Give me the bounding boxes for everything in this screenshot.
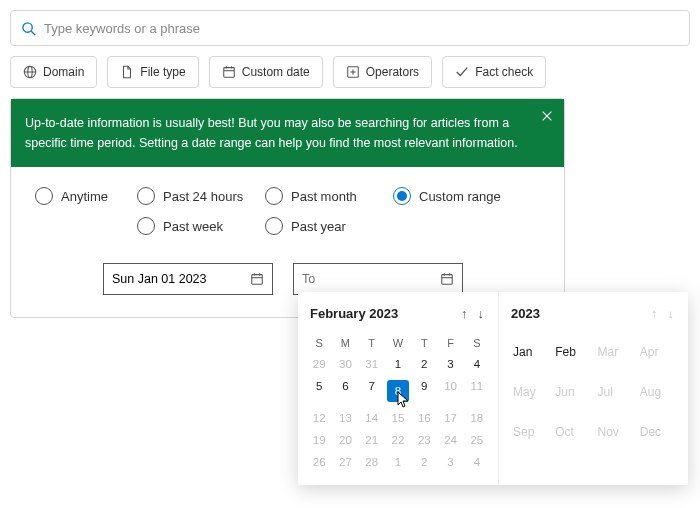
- date-from-value: Sun Jan 01 2023: [112, 272, 207, 286]
- filter-row: Domain File type Custom date Operators F…: [10, 56, 690, 88]
- calendar-day[interactable]: 2: [411, 353, 437, 375]
- calendar-day[interactable]: 26: [306, 451, 332, 473]
- filter-label: Operators: [366, 65, 419, 79]
- calendar-day[interactable]: 9: [411, 375, 437, 407]
- calendar-day[interactable]: 12: [306, 407, 332, 429]
- calendar-day[interactable]: 23: [411, 429, 437, 451]
- date-to-field[interactable]: To: [293, 263, 463, 295]
- calendar-day[interactable]: 5: [306, 375, 332, 407]
- calendar-day[interactable]: 18: [464, 407, 490, 429]
- month-cell: Jun: [551, 379, 593, 405]
- filter-factcheck[interactable]: Fact check: [442, 56, 546, 88]
- calendar-dow: F: [437, 333, 463, 353]
- calendar-day[interactable]: 29: [306, 353, 332, 375]
- calendar-day[interactable]: 3: [437, 451, 463, 473]
- calendar-month: February 2023 ↑ ↓ SMTWTFS293031123456789…: [298, 292, 498, 485]
- calendar-day[interactable]: 20: [332, 429, 358, 451]
- tip-banner: Up-to-date information is usually best! …: [11, 99, 564, 167]
- date-to-placeholder: To: [302, 272, 315, 286]
- calendar-day[interactable]: 1: [385, 451, 411, 473]
- calendar-day[interactable]: 16: [411, 407, 437, 429]
- month-cell: Jul: [594, 379, 636, 405]
- calendar-day[interactable]: 4: [464, 353, 490, 375]
- calendar-day[interactable]: 11: [464, 375, 490, 407]
- calendar-day[interactable]: 31: [359, 353, 385, 375]
- svg-line-1: [31, 31, 35, 35]
- calendar-day[interactable]: 10: [437, 375, 463, 407]
- tip-close-button[interactable]: [540, 109, 554, 129]
- calendar-day[interactable]: 28: [359, 451, 385, 473]
- calendar-icon: [222, 65, 236, 79]
- calendar-dow: M: [332, 333, 358, 353]
- calendar-day[interactable]: 17: [437, 407, 463, 429]
- search-icon: [21, 21, 36, 36]
- filter-operators[interactable]: Operators: [333, 56, 432, 88]
- calendar-day[interactable]: 30: [332, 353, 358, 375]
- radio-past24[interactable]: Past 24 hours: [137, 187, 265, 205]
- radio-custom[interactable]: Custom range: [393, 187, 521, 205]
- filter-label: Custom date: [242, 65, 310, 79]
- filter-label: File type: [140, 65, 185, 79]
- calendar-day[interactable]: 8: [385, 375, 411, 407]
- radio-pastyear[interactable]: Past year: [265, 217, 393, 235]
- search-input[interactable]: [44, 21, 679, 36]
- calendar-day[interactable]: 1: [385, 353, 411, 375]
- month-cell: May: [509, 379, 551, 405]
- month-cell: Dec: [636, 419, 678, 445]
- calendar-day[interactable]: 14: [359, 407, 385, 429]
- calendar-day[interactable]: 3: [437, 353, 463, 375]
- filter-customdate[interactable]: Custom date: [209, 56, 323, 88]
- month-cell: Sep: [509, 419, 551, 445]
- year-prev[interactable]: ↑: [649, 304, 660, 323]
- search-bar[interactable]: [10, 10, 690, 46]
- month-cell: Mar: [594, 339, 636, 365]
- globe-icon: [23, 65, 37, 79]
- file-icon: [120, 65, 134, 79]
- calendar-dow: T: [359, 333, 385, 353]
- svg-rect-14: [252, 275, 263, 285]
- calendar-day[interactable]: 7: [359, 375, 385, 407]
- svg-rect-5: [223, 68, 234, 78]
- month-cell: Apr: [636, 339, 678, 365]
- calendar-day[interactable]: 15: [385, 407, 411, 429]
- calendar-icon: [250, 272, 264, 286]
- calendar-dow: S: [306, 333, 332, 353]
- month-cell[interactable]: Jan: [509, 339, 551, 365]
- filter-domain[interactable]: Domain: [10, 56, 97, 88]
- calendar-day[interactable]: 19: [306, 429, 332, 451]
- calendar-prev[interactable]: ↑: [459, 304, 470, 323]
- date-panel: Up-to-date information is usually best! …: [10, 98, 565, 318]
- calendar-day[interactable]: 24: [437, 429, 463, 451]
- month-cell[interactable]: Feb: [551, 339, 593, 365]
- calendar-day[interactable]: 25: [464, 429, 490, 451]
- calendar-dow: S: [464, 333, 490, 353]
- check-icon: [455, 65, 469, 79]
- month-grid: JanFebMarAprMayJunJulAugSepOctNovDec: [507, 333, 680, 451]
- close-icon: [540, 109, 554, 123]
- filter-filetype[interactable]: File type: [107, 56, 198, 88]
- calendar-day[interactable]: 6: [332, 375, 358, 407]
- radio-pastweek[interactable]: Past week: [137, 217, 265, 235]
- calendar-next[interactable]: ↓: [476, 304, 487, 323]
- tip-text: Up-to-date information is usually best! …: [25, 116, 518, 150]
- calendar-day[interactable]: 21: [359, 429, 385, 451]
- month-cell: Aug: [636, 379, 678, 405]
- calendar-day[interactable]: 13: [332, 407, 358, 429]
- calendar-dow: W: [385, 333, 411, 353]
- radio-pastmonth[interactable]: Past month: [265, 187, 393, 205]
- plus-box-icon: [346, 65, 360, 79]
- calendar-day[interactable]: 4: [464, 451, 490, 473]
- calendar-grid: SMTWTFS293031123456789101112131415161718…: [306, 333, 490, 473]
- radio-anytime[interactable]: Anytime: [35, 187, 137, 205]
- filter-label: Domain: [43, 65, 84, 79]
- calendar-day[interactable]: 2: [411, 451, 437, 473]
- date-picker-popover: February 2023 ↑ ↓ SMTWTFS293031123456789…: [298, 292, 688, 485]
- year-next[interactable]: ↓: [666, 304, 677, 323]
- date-from-field[interactable]: Sun Jan 01 2023: [103, 263, 273, 295]
- calendar-year-panel: 2023 ↑ ↓ JanFebMarAprMayJunJulAugSepOctN…: [498, 292, 688, 485]
- year-title[interactable]: 2023: [511, 306, 540, 321]
- calendar-day[interactable]: 22: [385, 429, 411, 451]
- calendar-day[interactable]: 27: [332, 451, 358, 473]
- radio-area: Anytime Past 24 hours Past month Custom …: [11, 167, 564, 263]
- calendar-title[interactable]: February 2023: [310, 306, 398, 321]
